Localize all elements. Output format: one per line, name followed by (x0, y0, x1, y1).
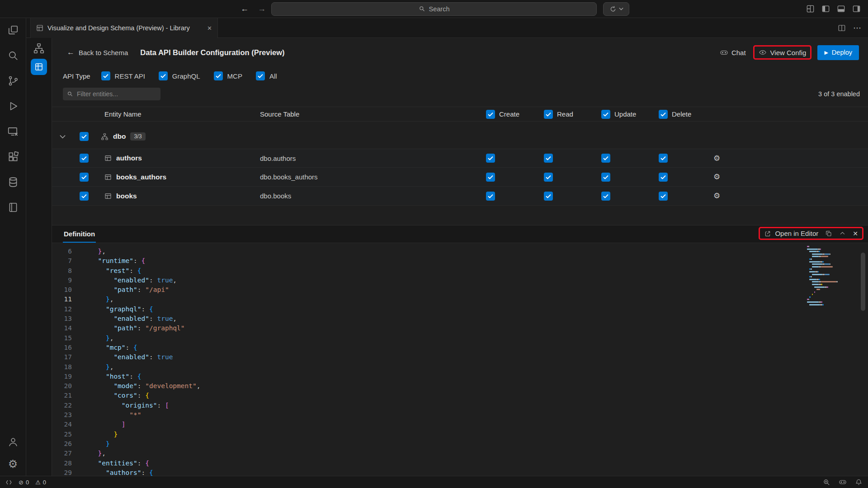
code-line[interactable]: 14 "path": "/graphql" (52, 324, 868, 333)
column-checkbox-update[interactable] (601, 110, 610, 119)
code-line[interactable]: 22 "origins": [ (52, 401, 868, 410)
nav-back-icon[interactable]: ← (241, 4, 249, 14)
filter-entities-input[interactable] (77, 90, 149, 98)
row-checkbox-read[interactable] (544, 192, 553, 201)
row-settings-gear-icon[interactable]: ⚙ (705, 191, 868, 201)
code-line[interactable]: 25 } (52, 430, 868, 439)
code-line[interactable]: 19 "host": { (52, 372, 868, 381)
copilot-icon (720, 48, 728, 57)
design-schema-active-icon[interactable] (31, 59, 47, 75)
account-icon[interactable] (7, 436, 19, 448)
column-checkbox-delete[interactable] (659, 110, 668, 119)
toggle-primary-sidebar-icon[interactable] (821, 5, 830, 13)
code-line[interactable]: 12 "graphql": { (52, 305, 868, 314)
back-to-schema-link[interactable]: ← Back to Schema (67, 48, 128, 57)
code-line[interactable]: 27 }, (52, 449, 868, 458)
column-checkbox-read[interactable] (544, 110, 553, 119)
view-config-button[interactable]: View Config (759, 48, 807, 56)
nav-forward-icon[interactable]: → (258, 4, 266, 14)
definition-tab[interactable]: Definition (63, 225, 96, 243)
tab-visualize-design-schema[interactable]: Visualize and Design Schema (Preview) - … (30, 18, 218, 38)
api-option-checkbox-all[interactable] (256, 71, 265, 80)
row-checkbox-read[interactable] (544, 154, 553, 163)
code-line[interactable]: 11 }, (52, 295, 868, 304)
editor-more-actions-icon[interactable]: ⋯ (853, 23, 862, 33)
minimap[interactable] (805, 246, 855, 306)
copy-icon[interactable] (825, 230, 832, 237)
settings-gear-icon[interactable]: ⚙ (8, 458, 18, 470)
copilot-status-icon[interactable] (839, 478, 847, 486)
close-panel-icon[interactable]: ✕ (853, 230, 858, 237)
row-checkbox-create[interactable] (486, 192, 495, 201)
code-line[interactable]: 9 "enabled": true, (52, 276, 868, 285)
code-line[interactable]: 6 }, (52, 247, 868, 256)
session-dropdown[interactable] (603, 2, 629, 16)
extensions-icon[interactable] (7, 151, 19, 163)
api-option-checkbox-rest-api[interactable] (101, 71, 110, 80)
problems-indicator[interactable]: ⊘ 0 ⚠ 0 (19, 479, 46, 486)
code-line[interactable]: 24 ] (52, 420, 868, 429)
entity-row-authors[interactable]: authorsdbo.authors⚙ (52, 149, 868, 168)
definition-panel: Definition Open in Editor (52, 225, 868, 476)
row-settings-gear-icon[interactable]: ⚙ (705, 154, 868, 163)
collapse-panel-icon[interactable] (839, 230, 846, 237)
code-line[interactable]: 29 "authors": { (52, 468, 868, 476)
code-line[interactable]: 20 "mode": "development", (52, 381, 868, 391)
row-checkbox-delete[interactable] (659, 192, 668, 201)
code-line[interactable]: 21 "cors": { (52, 391, 868, 400)
code-line[interactable]: 10 "path": "/api" (52, 285, 868, 295)
open-in-editor-button[interactable]: Open in Editor (764, 230, 818, 237)
row-checkbox-books[interactable] (80, 192, 89, 201)
api-option-checkbox-mcp[interactable] (214, 71, 223, 80)
code-line[interactable]: 28 "entities": { (52, 459, 868, 468)
split-editor-icon[interactable] (838, 24, 846, 32)
notifications-bell-icon[interactable] (855, 479, 863, 486)
code-line[interactable]: 16 "mcp": { (52, 343, 868, 352)
code-line[interactable]: 26 } (52, 439, 868, 449)
row-checkbox-delete[interactable] (659, 173, 668, 182)
row-checkbox-authors[interactable] (80, 154, 89, 163)
customize-layout-icon[interactable] (806, 5, 815, 13)
row-checkbox-read[interactable] (544, 173, 553, 182)
code-line[interactable]: 8 "rest": { (52, 266, 868, 276)
group-checkbox[interactable] (80, 132, 89, 141)
row-checkbox-update[interactable] (601, 154, 610, 163)
database-icon[interactable] (7, 176, 19, 188)
row-checkbox-update[interactable] (601, 192, 610, 201)
entity-row-books[interactable]: booksdbo.books⚙ (52, 187, 868, 206)
tab-close-icon[interactable]: ✕ (207, 25, 212, 32)
code-line[interactable]: 7 "runtime": { (52, 256, 868, 266)
remote-explorer-disconnected-icon[interactable] (7, 126, 19, 137)
row-checkbox-create[interactable] (486, 173, 495, 182)
chevron-down-icon[interactable] (60, 135, 73, 139)
toggle-panel-icon[interactable] (837, 5, 845, 13)
editor-scrollbar[interactable] (861, 253, 865, 311)
library-explorer-icon[interactable] (7, 24, 19, 36)
code-line[interactable]: 17 "enabled": true (52, 352, 868, 362)
group-row-dbo[interactable]: dbo 3/3 (52, 127, 868, 146)
code-line[interactable]: 23 "*" (52, 410, 868, 420)
notebook-icon[interactable] (7, 202, 19, 213)
run-and-debug-icon[interactable] (7, 100, 19, 112)
column-checkbox-create[interactable] (486, 110, 495, 119)
code-line[interactable]: 13 "enabled": true, (52, 314, 868, 324)
zoom-icon[interactable] (823, 479, 830, 486)
code-line[interactable]: 18 }, (52, 362, 868, 372)
row-checkbox-books_authors[interactable] (80, 173, 89, 182)
remote-indicator-icon[interactable] (5, 479, 12, 486)
api-option-checkbox-graphql[interactable] (159, 71, 168, 80)
source-control-icon[interactable] (7, 75, 19, 87)
entity-row-books_authors[interactable]: books_authorsdbo.books_authors⚙ (52, 168, 868, 187)
code-line[interactable]: 15 }, (52, 333, 868, 343)
deploy-button[interactable]: ▶ Deploy (817, 45, 859, 60)
row-checkbox-delete[interactable] (659, 154, 668, 163)
code-editor[interactable]: 6 },7 "runtime": {8 "rest": {9 "enabled"… (52, 243, 868, 476)
row-settings-gear-icon[interactable]: ⚙ (705, 172, 868, 182)
row-checkbox-update[interactable] (601, 173, 610, 182)
visualize-schema-icon[interactable] (33, 42, 45, 54)
command-center-search[interactable]: Search (271, 2, 597, 16)
search-view-icon[interactable] (7, 50, 19, 61)
chat-button[interactable]: Chat (720, 48, 746, 57)
row-checkbox-create[interactable] (486, 154, 495, 163)
toggle-secondary-sidebar-icon[interactable] (852, 5, 861, 13)
